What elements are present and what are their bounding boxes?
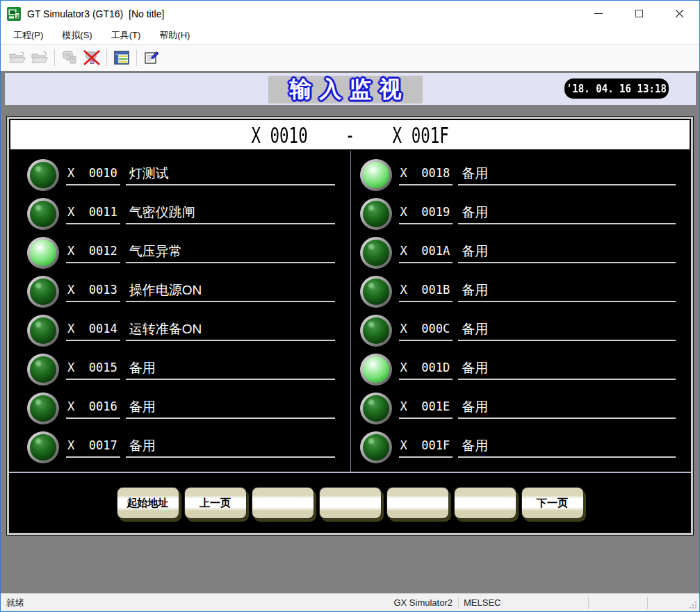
close-icon [675, 9, 684, 18]
lamp-on-icon [30, 240, 56, 266]
input-label: 备用 [126, 398, 335, 419]
clock-text: '18. 04. 16 13:18 [567, 82, 667, 95]
input-address: X 0013 [66, 281, 120, 302]
input-address: X 001F [399, 437, 453, 458]
status-empty-cell [589, 594, 647, 611]
input-column-left: X 0010灯测试X 0011气密仪跳闸X 0012气压异常X 0013操作电源… [9, 151, 350, 472]
input-row: X 001B备用 [360, 274, 692, 309]
function-key-blank-3[interactable] [386, 487, 449, 519]
function-key-blank-2[interactable] [319, 487, 382, 519]
lamp-on-icon [363, 162, 389, 188]
lamp-indicator [360, 276, 392, 308]
lamp-indicator [360, 431, 392, 463]
input-label: 备用 [458, 165, 676, 185]
option-settings-icon [143, 50, 160, 65]
lamp-indicator [360, 198, 392, 230]
device-monitor-button[interactable] [111, 47, 133, 68]
device-monitor-icon [113, 50, 130, 65]
toolbar-separator [54, 49, 55, 66]
lamp-indicator [360, 159, 392, 191]
resize-grip[interactable] [683, 594, 699, 611]
svg-text:3: 3 [16, 13, 19, 18]
gt-simulator-window: { "window": { "title": "GT Simulator3 (G… [0, 0, 700, 612]
menubar: 工程(P) 模拟(S) 工具(T) 帮助(H) [1, 26, 699, 44]
input-label: 灯测试 [126, 165, 335, 185]
input-row: X 001A备用 [360, 235, 692, 270]
input-row: X 0017备用 [27, 430, 350, 465]
lamp-indicator [27, 392, 59, 424]
lamp-off-icon [30, 162, 56, 188]
input-row: X 001D备用 [360, 352, 692, 387]
menu-project[interactable]: 工程(P) [8, 28, 48, 43]
input-label: 备用 [458, 359, 676, 380]
input-address: X 0017 [66, 437, 120, 458]
clock-display: '18. 04. 16 13:18 [564, 78, 669, 99]
input-row: X 0016备用 [27, 391, 350, 426]
input-address: X 0016 [66, 398, 120, 419]
minimize-button[interactable] [578, 1, 619, 26]
stop-simulation-button[interactable] [81, 47, 103, 68]
input-row: X 0012气压异常 [27, 235, 350, 270]
input-address: X 0018 [399, 165, 453, 185]
column-divider [350, 151, 351, 472]
input-row: X 0014运转准备ON [27, 313, 350, 348]
input-address: X 001B [399, 281, 453, 302]
open-snapshot-button[interactable] [29, 47, 51, 68]
lamp-indicator [27, 198, 59, 230]
function-key-bar: 起始地址上一页下一页 [9, 473, 691, 533]
close-button[interactable] [659, 1, 699, 26]
function-key-prev-page[interactable]: 上一页 [184, 487, 247, 519]
menu-tools[interactable]: 工具(T) [106, 28, 146, 43]
titlebar[interactable]: 3 GT Simulator3 (GT16) [No title] [1, 1, 699, 26]
lamp-on-icon [363, 356, 389, 383]
input-address: X 0010 [66, 165, 120, 185]
menu-simulate[interactable]: 模拟(S) [57, 28, 97, 43]
input-row: X 0015备用 [27, 352, 350, 387]
minimize-icon [594, 13, 603, 14]
input-address: X 0015 [66, 359, 120, 380]
lamp-indicator [27, 237, 59, 269]
function-key-start-address[interactable]: 起始地址 [117, 487, 179, 519]
input-row: X 0011气密仪跳闸 [27, 197, 350, 231]
menu-help[interactable]: 帮助(H) [154, 28, 195, 43]
input-row: X 0013操作电源ON [27, 274, 350, 309]
input-list: X 0010灯测试X 0011气密仪跳闸X 0012气压异常X 0013操作电源… [9, 151, 691, 472]
input-address: X 001E [399, 398, 453, 419]
monitor-panel: X 0010 - X 001F X 0010灯测试X 0011气密仪跳闸X 00… [6, 116, 694, 536]
hmi-banner: 输入监视 '18. 04. 16 13:18 [5, 73, 696, 105]
input-label: 备用 [458, 437, 676, 458]
input-label: 气密仪跳闸 [126, 204, 335, 224]
screen-title-box: 输入监视 [268, 76, 423, 104]
lamp-off-icon [30, 434, 56, 461]
status-simulator-text: GX Simulator2 [375, 597, 458, 608]
lamp-off-icon [363, 201, 389, 227]
address-range-text: X 0010 - X 001F [251, 122, 448, 148]
start-simulation-button[interactable] [58, 47, 81, 68]
lamp-indicator [27, 431, 59, 463]
input-label: 备用 [458, 398, 676, 419]
option-settings-button[interactable] [140, 47, 163, 68]
lamp-indicator [360, 237, 392, 269]
input-address: X 0011 [66, 204, 120, 224]
input-column-right: X 0018备用X 0019备用X 001A备用X 001B备用X 000C备用… [350, 151, 692, 472]
maximize-button[interactable] [619, 1, 659, 26]
function-key-next-page[interactable]: 下一页 [521, 487, 584, 519]
function-key-blank-4[interactable] [454, 487, 516, 519]
lamp-indicator [27, 276, 59, 308]
lamp-indicator [27, 315, 59, 347]
input-label: 备用 [458, 204, 676, 224]
toolbar [1, 44, 699, 71]
input-row: X 0018备用 [360, 158, 692, 192]
lamp-off-icon [363, 395, 389, 422]
input-address: X 0014 [66, 320, 120, 341]
lamp-indicator [360, 392, 392, 424]
input-label: 备用 [458, 320, 676, 341]
lamp-off-icon [363, 279, 389, 305]
input-address: X 001D [399, 359, 453, 380]
input-label: 备用 [458, 242, 676, 263]
open-project-button[interactable] [6, 47, 29, 68]
input-address: X 000C [399, 320, 453, 341]
function-key-blank-1[interactable] [252, 487, 314, 519]
open-snapshot-icon [31, 50, 49, 65]
input-row: X 000C备用 [360, 313, 692, 348]
